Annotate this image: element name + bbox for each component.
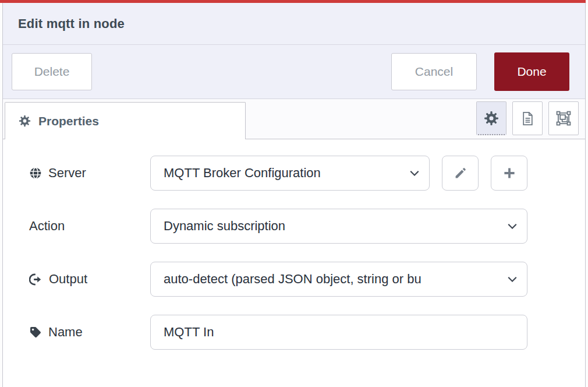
output-row: Output auto-detect (parsed JSON object, … [29, 262, 585, 297]
edit-node-dialog: Edit mqtt in node Delete Cancel Done Pro… [2, 0, 586, 387]
globe-icon [29, 167, 42, 180]
output-label: Output [29, 272, 150, 287]
action-label-text: Action [29, 219, 65, 234]
dialog-action-bar: Delete Cancel Done [3, 45, 585, 99]
action-select[interactable]: Dynamic subscription [150, 209, 527, 244]
top-accent-bar [0, 0, 586, 3]
output-label-text: Output [49, 272, 87, 287]
action-row: Action Dynamic subscription [29, 209, 585, 244]
node-red-edit-dialog-page: Edit mqtt in node Delete Cancel Done Pro… [0, 0, 588, 387]
delete-button[interactable]: Delete [12, 53, 92, 90]
description-tab-button[interactable] [512, 101, 543, 135]
action-select-value: Dynamic subscription [164, 219, 285, 234]
add-server-button[interactable] [491, 156, 527, 191]
properties-tab-button[interactable] [476, 101, 506, 135]
chevron-down-icon [506, 220, 518, 232]
tab-icon-buttons [476, 101, 579, 135]
document-icon [520, 111, 536, 126]
server-select-value: MQTT Broker Configuration [164, 166, 321, 181]
name-row: Name [29, 315, 585, 350]
plus-icon [502, 166, 516, 180]
name-input[interactable] [150, 315, 527, 350]
dialog-header: Edit mqtt in node [3, 3, 585, 45]
action-label: Action [29, 219, 150, 234]
gear-icon [19, 115, 31, 127]
pencil-icon [454, 166, 467, 180]
output-select-value: auto-detect (parsed JSON object, string … [164, 272, 421, 287]
appearance-icon [555, 110, 572, 126]
server-select[interactable]: MQTT Broker Configuration [150, 156, 430, 191]
tab-properties[interactable]: Properties [5, 102, 246, 139]
chevron-down-icon [506, 273, 518, 285]
server-label-text: Server [48, 166, 86, 181]
output-select[interactable]: auto-detect (parsed JSON object, string … [150, 262, 527, 297]
chevron-down-icon [409, 167, 420, 179]
server-label: Server [29, 166, 150, 181]
tag-icon [29, 326, 42, 339]
edit-server-button[interactable] [442, 156, 479, 191]
properties-form: Server MQTT Broker Configuration [3, 139, 585, 350]
dialog-title: Edit mqtt in node [18, 16, 125, 31]
gear-icon [484, 111, 499, 126]
name-label: Name [29, 325, 150, 340]
name-label-text: Name [48, 325, 83, 340]
done-button[interactable]: Done [494, 52, 569, 91]
sign-out-icon [29, 273, 42, 286]
server-row: Server MQTT Broker Configuration [29, 156, 585, 191]
tab-properties-label: Properties [38, 114, 99, 128]
appearance-tab-button[interactable] [548, 101, 579, 135]
cancel-button[interactable]: Cancel [391, 53, 477, 90]
editor-tab-bar: Properties [3, 99, 585, 139]
